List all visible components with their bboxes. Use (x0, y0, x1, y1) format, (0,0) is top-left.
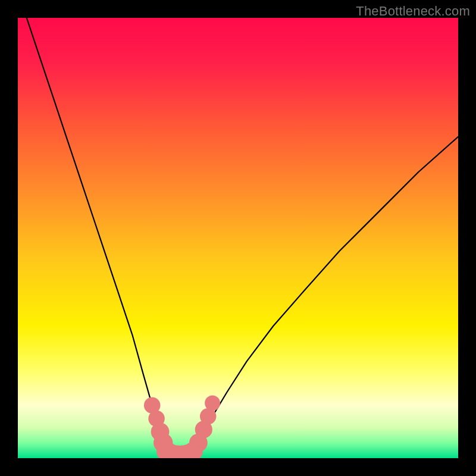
valley-marker (205, 396, 220, 411)
attribution-text: TheBottleneck.com (356, 4, 470, 19)
gradient-background (18, 18, 458, 458)
plot-area (18, 18, 458, 458)
chart-svg (18, 18, 458, 458)
chart-frame: TheBottleneck.com (0, 0, 476, 476)
